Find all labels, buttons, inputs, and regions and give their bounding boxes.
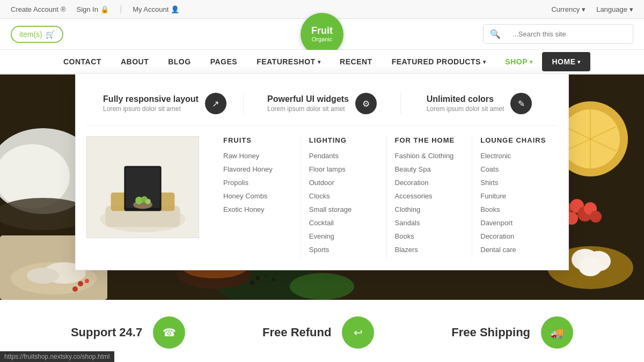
shipping-icon-circle: 🚚 bbox=[541, 316, 573, 349]
col-item-exotic-honey[interactable]: Exotic Honey bbox=[223, 205, 292, 213]
nav-shop[interactable]: SHOP ▾ bbox=[495, 50, 542, 73]
feature-2-icon-btn[interactable]: ⚙ bbox=[355, 93, 377, 114]
svg-point-9 bbox=[145, 199, 151, 204]
nav-contact[interactable]: CONTACT bbox=[54, 50, 111, 73]
col-item-propolis[interactable]: Propolis bbox=[223, 179, 292, 187]
col-item-sandals[interactable]: Sandals bbox=[395, 219, 464, 227]
col-item-pendants[interactable]: Pendants bbox=[309, 152, 378, 160]
user-icon: 👤 bbox=[171, 5, 179, 13]
col-item-flavored-honey[interactable]: Flavored Honey bbox=[223, 165, 292, 173]
logo[interactable]: Fruit Organic bbox=[301, 13, 343, 56]
home-chevron: ▾ bbox=[577, 59, 581, 65]
col-item-electronic[interactable]: Electronic bbox=[480, 152, 550, 160]
currency-chevron: ▾ bbox=[582, 5, 586, 13]
col-item-honey-combs[interactable]: Honey Combs bbox=[223, 192, 292, 200]
feature-1-text: Fully responsive layout Lorem ipsum dolo… bbox=[103, 94, 199, 113]
support-title: Support 24.7 bbox=[71, 326, 142, 339]
col-item-accessories[interactable]: Accessories bbox=[395, 192, 464, 200]
feature-1-icon-btn[interactable]: ↗ bbox=[205, 93, 226, 114]
col-item-funiture[interactable]: Funiture bbox=[480, 192, 550, 200]
my-account-link[interactable]: My Account 👤 bbox=[133, 5, 179, 13]
language-dropdown[interactable]: Language ▾ bbox=[596, 5, 633, 13]
create-account-link[interactable]: Create Account ® bbox=[11, 5, 65, 13]
col-header-fruits: FRUITS bbox=[223, 136, 292, 144]
feature-1-desc: Lorem ipsum dolor sit amet bbox=[103, 105, 199, 113]
svg-point-32 bbox=[590, 211, 602, 223]
feature-2-icon: ⚙ bbox=[362, 99, 370, 109]
support-icon: ☎ bbox=[163, 326, 176, 339]
status-bar: https://fruitshop.nextsky.co/shop.html bbox=[0, 351, 114, 362]
col-item-cocktail[interactable]: Cocktail bbox=[309, 219, 378, 227]
svg-point-18 bbox=[78, 281, 83, 286]
svg-point-17 bbox=[27, 268, 59, 284]
dropdown-col-fruits: FRUITS Raw Honey Flavored Honey Propolis… bbox=[215, 136, 301, 259]
nav-pages[interactable]: PAGES bbox=[201, 50, 247, 73]
col-item-clocks[interactable]: Clocks bbox=[309, 192, 378, 200]
currency-dropdown[interactable]: Currency ▾ bbox=[551, 5, 586, 13]
nav-pages-label: PAGES bbox=[210, 57, 237, 66]
main-nav: CONTACT ABOUT BLOG PAGES FEATURESHOT ▾ R… bbox=[0, 50, 644, 75]
col-header-lighting: LIGHTING bbox=[309, 136, 378, 144]
feature-3-desc: Lorem ipsum dolor sit amet bbox=[427, 105, 504, 113]
nav-featureshot[interactable]: FEATURESHOT ▾ bbox=[247, 50, 330, 73]
search-input[interactable] bbox=[507, 26, 633, 42]
col-item-sports[interactable]: Sports bbox=[309, 246, 378, 254]
cart-button[interactable]: item(s) 🛒 bbox=[11, 26, 63, 43]
header: item(s) 🛒 Fruit Organic 🔍 bbox=[0, 19, 644, 50]
nav-recent[interactable]: RECENT bbox=[330, 50, 382, 73]
col-item-dental-care[interactable]: Dental care bbox=[480, 246, 550, 254]
refund-icon: ↩ bbox=[354, 326, 363, 339]
dropdown-columns: FRUITS Raw Honey Flavored Honey Propolis… bbox=[215, 136, 558, 259]
col-item-raw-honey[interactable]: Raw Honey bbox=[223, 152, 292, 160]
search-button[interactable]: 🔍 bbox=[484, 25, 507, 43]
col-item-books-home[interactable]: Books bbox=[395, 232, 464, 240]
svg-point-41 bbox=[272, 278, 275, 281]
svg-point-36 bbox=[579, 257, 602, 276]
dropdown-content: FRUITS Raw Honey Flavored Honey Propolis… bbox=[86, 136, 558, 259]
nav-home-label: HOME bbox=[552, 57, 575, 66]
feature-3-title: Unlimited colors bbox=[427, 94, 504, 104]
col-item-books-lounge[interactable]: Books bbox=[480, 205, 550, 213]
nav-home[interactable]: HOME ▾ bbox=[542, 52, 590, 71]
col-item-beauty-spa[interactable]: Beauty Spa bbox=[395, 165, 464, 173]
language-label: Language bbox=[596, 5, 627, 13]
currency-label: Currency bbox=[551, 5, 580, 13]
col-item-shirts[interactable]: Shirts bbox=[480, 179, 550, 187]
lock-icon: 🔒 bbox=[100, 5, 109, 13]
col-item-evening[interactable]: Evening bbox=[309, 232, 378, 240]
nav-recent-label: RECENT bbox=[340, 57, 372, 66]
col-header-lounge: LOUNGE CHAIRS bbox=[480, 136, 550, 144]
col-item-decoration-home[interactable]: Decoration bbox=[395, 179, 464, 187]
search-bar: 🔍 bbox=[483, 24, 633, 44]
feature-3-text: Unlimited colors Lorem ipsum dolor sit a… bbox=[427, 94, 504, 113]
nav-blog-label: BLOG bbox=[168, 57, 191, 66]
nav-about[interactable]: ABOUT bbox=[111, 50, 158, 73]
col-item-blazers[interactable]: Blazers bbox=[395, 246, 464, 254]
status-url: https://fruitshop.nextsky.co/shop.html bbox=[4, 353, 110, 360]
col-item-outdoor[interactable]: Outdoor bbox=[309, 179, 378, 187]
top-bar-right: Currency ▾ Language ▾ bbox=[551, 5, 633, 13]
sign-in-label: Sign In bbox=[76, 5, 98, 13]
feature-3-icon-btn[interactable]: ✎ bbox=[510, 93, 532, 114]
feature-2: Powerful UI widgets Lorem ipsum dolor si… bbox=[243, 93, 400, 114]
header-left: item(s) 🛒 bbox=[11, 26, 63, 43]
nav-blog[interactable]: BLOG bbox=[158, 50, 200, 73]
col-item-decoration-lounge[interactable]: Decoration bbox=[480, 232, 550, 240]
cart-label: item(s) bbox=[19, 30, 42, 39]
top-bar-left: Create Account ® Sign In 🔒 | My Account … bbox=[11, 4, 179, 14]
search-icon: 🔍 bbox=[490, 29, 501, 39]
col-item-floor-lamps[interactable]: Floor lamps bbox=[309, 165, 378, 173]
col-item-davenport[interactable]: Davenport bbox=[480, 219, 550, 227]
feature-1-icon: ↗ bbox=[212, 99, 219, 109]
nav-featured-products[interactable]: FEATURED PRODUCTS ▾ bbox=[382, 50, 496, 73]
col-item-fashion-clothing[interactable]: Fashion & Clothing bbox=[395, 152, 464, 160]
nav-shop-label: SHOP bbox=[505, 57, 528, 66]
nav-contact-label: CONTACT bbox=[63, 57, 101, 66]
col-item-small-storage[interactable]: Small storage bbox=[309, 205, 378, 213]
feature-1: Fully responsive layout Lorem ipsum dolo… bbox=[86, 93, 243, 114]
sign-in-link[interactable]: Sign In 🔒 bbox=[76, 5, 108, 13]
col-item-clothing[interactable]: Clothing bbox=[395, 205, 464, 213]
refund-title: Free Refund bbox=[262, 326, 331, 339]
col-item-coats[interactable]: Coats bbox=[480, 165, 550, 173]
svg-point-39 bbox=[264, 275, 267, 278]
